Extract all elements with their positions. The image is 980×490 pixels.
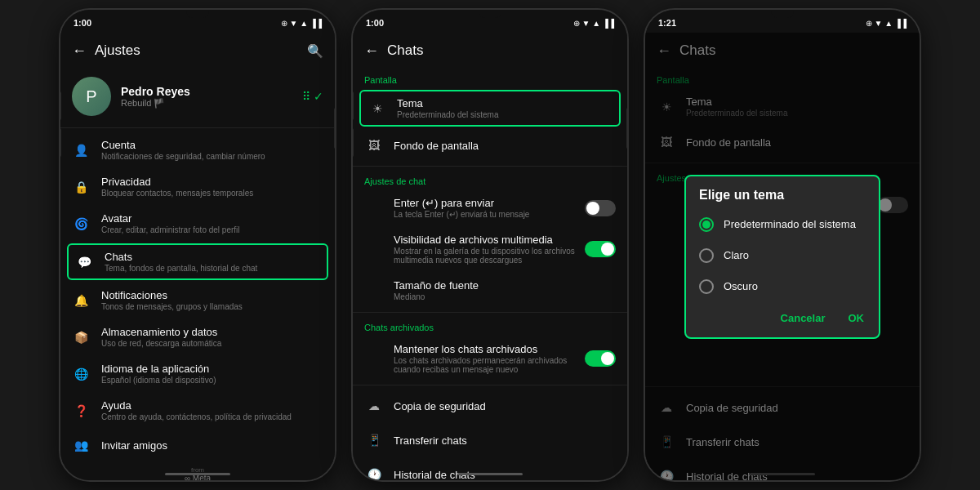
transferir-text: Transferir chats bbox=[394, 434, 616, 447]
fuente-text: Tamaño de fuente Mediano bbox=[364, 279, 616, 301]
option-label-claro: Claro bbox=[724, 249, 749, 261]
invite-icon: 👥 bbox=[72, 436, 90, 454]
page-title-1: Ajustes bbox=[95, 42, 299, 59]
menu-item-almacenamiento[interactable]: 📦 Almacenamiento y datos Uso de red, des… bbox=[60, 318, 335, 355]
profile-action-icons[interactable]: ⠿ ✓ bbox=[302, 90, 323, 103]
menu-text-cuenta: Cuenta Notificaciones de seguridad, camb… bbox=[101, 139, 323, 161]
notch-3 bbox=[771, 10, 794, 18]
divider-2b bbox=[353, 312, 627, 313]
copia-text: Copia de seguridad bbox=[394, 400, 616, 412]
copia-icon: ☁ bbox=[364, 396, 384, 416]
divider-2c bbox=[353, 385, 627, 385]
power-button bbox=[334, 108, 336, 149]
storage-icon: 📦 bbox=[72, 328, 90, 346]
multimedia-item[interactable]: Visibilidad de archivos multimedia Mostr… bbox=[353, 226, 627, 272]
enter-toggle[interactable] bbox=[585, 200, 616, 216]
screen-2: ← Chats Pantalla ☀ Tema Predeterminado d… bbox=[353, 33, 627, 480]
menu-item-invitar[interactable]: 👥 Invitar amigos bbox=[60, 429, 335, 461]
notch-2 bbox=[479, 10, 501, 18]
multimedia-text: Visibilidad de archivos multimedia Mostr… bbox=[364, 234, 575, 265]
avatar-icon: 🌀 bbox=[72, 215, 90, 233]
menu-item-cuenta[interactable]: 👤 Cuenta Notificaciones de seguridad, ca… bbox=[60, 131, 335, 168]
back-icon[interactable]: ← bbox=[72, 42, 87, 60]
tema-text: Tema Predeterminado del sistema bbox=[397, 97, 612, 119]
menu-item-chats[interactable]: 💬 Chats Tema, fondos de pantalla, histor… bbox=[67, 243, 328, 280]
home-indicator bbox=[165, 473, 230, 475]
theme-dialog: Elige un tema Predeterminado del sistema… bbox=[684, 175, 880, 339]
meta-footer: from ∞ Meta bbox=[60, 461, 335, 480]
menu-text-notif: Notificaciones Tonos de mensajes, grupos… bbox=[101, 289, 323, 311]
mantener-toggle[interactable] bbox=[585, 350, 616, 367]
search-icon[interactable]: 🔍 bbox=[307, 43, 323, 59]
notch bbox=[186, 10, 209, 18]
option-predeterminado[interactable]: Predeterminado del sistema bbox=[686, 209, 879, 240]
time-3: 1:21 bbox=[658, 18, 676, 28]
fuente-item[interactable]: Tamaño de fuente Mediano bbox=[353, 272, 627, 309]
cuenta-icon: 👤 bbox=[72, 141, 90, 159]
menu-item-idioma[interactable]: 🌐 Idioma de la aplicación Español (idiom… bbox=[60, 355, 335, 392]
volume-down-button bbox=[59, 128, 61, 157]
page-title-2: Chats bbox=[387, 42, 616, 59]
language-icon: 🌐 bbox=[72, 365, 90, 383]
dialog-overlay: Elige un tema Predeterminado del sistema… bbox=[645, 33, 920, 480]
mantener-item[interactable]: Mantener los chats archivados Los chats … bbox=[353, 336, 627, 381]
transferir-item[interactable]: 📱 Transferir chats bbox=[353, 423, 627, 457]
privacidad-icon: 🔒 bbox=[72, 178, 90, 196]
historial-item[interactable]: 🕐 Historial de chats bbox=[353, 457, 627, 480]
app-bar-2: ← Chats bbox=[353, 33, 627, 69]
divider-2a bbox=[353, 166, 627, 167]
status-icons-3: ⊕ ▼ ▲ ▐▐ bbox=[866, 19, 906, 28]
back-icon-2[interactable]: ← bbox=[364, 42, 379, 60]
avatar: P bbox=[72, 77, 111, 116]
option-oscuro[interactable]: Oscuro bbox=[686, 271, 879, 302]
screen-3: ← Chats Pantalla ☀ Tema Predeterminado d… bbox=[645, 33, 920, 480]
profile-info: Pedro Reyes Rebuild 🏴 bbox=[121, 85, 292, 109]
option-claro[interactable]: Claro bbox=[686, 240, 879, 271]
menu-text-invitar: Invitar amigos bbox=[101, 439, 323, 452]
section-pantalla: Pantalla bbox=[353, 69, 627, 88]
option-label-predeterminado: Predeterminado del sistema bbox=[724, 218, 856, 230]
menu-item-notificaciones[interactable]: 🔔 Notificaciones Tonos de mensajes, grup… bbox=[60, 282, 335, 318]
power-button-2 bbox=[626, 108, 629, 149]
status-icons-2: ⊕ ▼ ▲ ▐▐ bbox=[573, 19, 614, 28]
fondo-item[interactable]: 🖼 Fondo de pantalla bbox=[353, 128, 627, 163]
home-indicator-2 bbox=[457, 473, 523, 475]
tema-item[interactable]: ☀ Tema Predeterminado del sistema bbox=[359, 90, 621, 127]
section-ajustes-chat: Ajustes de chat bbox=[353, 170, 627, 189]
menu-text-storage: Almacenamiento y datos Uso de red, desca… bbox=[101, 326, 323, 348]
divider bbox=[60, 127, 335, 128]
help-icon: ❓ bbox=[72, 402, 90, 420]
dialog-title: Elige un tema bbox=[686, 176, 879, 209]
cancel-button[interactable]: Cancelar bbox=[776, 309, 831, 327]
time: 1:00 bbox=[74, 18, 91, 28]
mantener-text: Mantener los chats archivados Los chats … bbox=[364, 343, 575, 374]
enter-text: Enter (↵) para enviar La tecla Enter (↵)… bbox=[364, 197, 575, 219]
screen-1: ← Ajustes 🔍 P Pedro Reyes Rebuild 🏴 ⠿ ✓ … bbox=[60, 33, 335, 480]
menu-item-avatar[interactable]: 🌀 Avatar Crear, editar, administrar foto… bbox=[60, 205, 335, 242]
phone-3: 1:21 ⊕ ▼ ▲ ▐▐ ← Chats Pantalla ☀ Tema Pr… bbox=[644, 8, 921, 482]
historial-icon: 🕐 bbox=[364, 465, 384, 480]
profile-sub: Rebuild 🏴 bbox=[121, 98, 292, 109]
ok-button[interactable]: OK bbox=[844, 309, 870, 327]
tema-icon: ☀ bbox=[368, 99, 387, 118]
phone-2: 1:00 ⊕ ▼ ▲ ▐▐ ← Chats Pantalla ☀ Tema Pr… bbox=[351, 8, 629, 482]
app-bar-1: ← Ajustes 🔍 bbox=[60, 33, 335, 69]
radio-inner-predeterminado bbox=[702, 220, 710, 229]
menu-text-ayuda: Ayuda Centro de ayuda, contáctenos, polí… bbox=[101, 399, 323, 421]
status-icons: ⊕ ▼ ▲ ▐▐ bbox=[281, 19, 322, 28]
profile-section[interactable]: P Pedro Reyes Rebuild 🏴 ⠿ ✓ bbox=[60, 69, 335, 124]
volume-up-button bbox=[59, 91, 61, 120]
volume-up-2 bbox=[351, 91, 354, 120]
profile-name: Pedro Reyes bbox=[121, 85, 292, 98]
menu-item-ayuda[interactable]: ❓ Ayuda Centro de ayuda, contáctenos, po… bbox=[60, 392, 335, 429]
multimedia-toggle[interactable] bbox=[585, 241, 616, 257]
copia-item[interactable]: ☁ Copia de seguridad bbox=[353, 389, 627, 423]
menu-item-privacidad[interactable]: 🔒 Privacidad Bloquear contactos, mensaje… bbox=[60, 168, 335, 205]
menu-text-idioma: Idioma de la aplicación Español (idioma … bbox=[101, 363, 323, 385]
time-2: 1:00 bbox=[366, 18, 384, 28]
enter-item[interactable]: Enter (↵) para enviar La tecla Enter (↵)… bbox=[353, 189, 627, 226]
menu-text-privacidad: Privacidad Bloquear contactos, mensajes … bbox=[101, 176, 323, 198]
phone-1: 1:00 ⊕ ▼ ▲ ▐▐ ← Ajustes 🔍 P Pedro Reyes … bbox=[59, 8, 336, 482]
radio-claro bbox=[699, 248, 714, 263]
transferir-icon: 📱 bbox=[364, 430, 384, 450]
